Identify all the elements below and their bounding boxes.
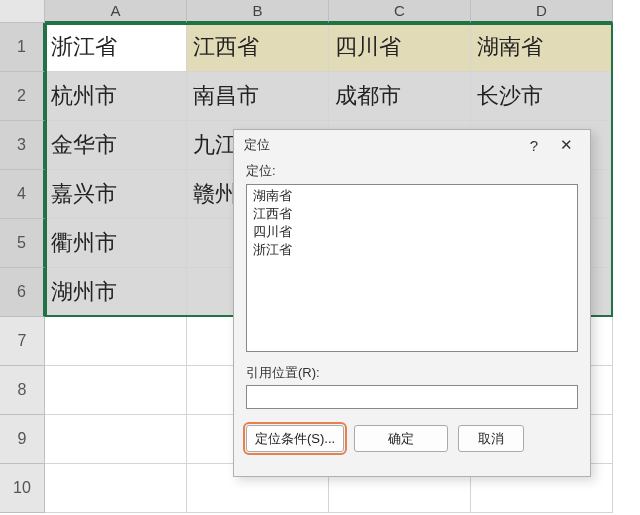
row-header-10[interactable]: 10: [0, 464, 45, 513]
ok-button[interactable]: 确定: [354, 425, 448, 452]
col-header-A[interactable]: A: [45, 0, 187, 23]
goto-dialog: 定位 ? ✕ 定位: 湖南省 江西省 四川省 浙江省 引用位置(R): 定位条件…: [233, 129, 591, 477]
cell-A4[interactable]: 嘉兴市: [45, 170, 187, 219]
list-item[interactable]: 江西省: [251, 205, 573, 223]
cell-D2[interactable]: 长沙市: [471, 72, 613, 121]
reference-label: 引用位置(R):: [246, 364, 578, 382]
cancel-button[interactable]: 取消: [458, 425, 524, 452]
cell-A9[interactable]: [45, 415, 187, 464]
cell-A6[interactable]: 湖州市: [45, 268, 187, 317]
reference-input[interactable]: [246, 385, 578, 409]
close-button[interactable]: ✕: [550, 132, 582, 158]
col-header-C[interactable]: C: [329, 0, 471, 23]
cell-C2[interactable]: 成都市: [329, 72, 471, 121]
row-header-5[interactable]: 5: [0, 219, 45, 268]
cell-A10[interactable]: [45, 464, 187, 513]
cell-D1[interactable]: 湖南省: [471, 23, 613, 72]
row-header-6[interactable]: 6: [0, 268, 45, 317]
goto-listbox[interactable]: 湖南省 江西省 四川省 浙江省: [246, 184, 578, 352]
row-header-1[interactable]: 1: [0, 23, 45, 72]
cell-A2[interactable]: 杭州市: [45, 72, 187, 121]
select-all-corner[interactable]: [0, 0, 45, 23]
dialog-title: 定位: [242, 136, 518, 154]
row-header-8[interactable]: 8: [0, 366, 45, 415]
goto-label: 定位:: [246, 162, 578, 180]
cell-B2[interactable]: 南昌市: [187, 72, 329, 121]
row-header-3[interactable]: 3: [0, 121, 45, 170]
cell-C1[interactable]: 四川省: [329, 23, 471, 72]
cell-B1[interactable]: 江西省: [187, 23, 329, 72]
close-icon: ✕: [560, 136, 573, 154]
row-header-2[interactable]: 2: [0, 72, 45, 121]
help-button[interactable]: ?: [518, 132, 550, 158]
cell-A1[interactable]: 浙江省: [45, 23, 187, 72]
dialog-titlebar[interactable]: 定位 ? ✕: [234, 130, 590, 160]
row-header-9[interactable]: 9: [0, 415, 45, 464]
col-header-D[interactable]: D: [471, 0, 613, 23]
row-header-7[interactable]: 7: [0, 317, 45, 366]
list-item[interactable]: 浙江省: [251, 241, 573, 259]
special-button[interactable]: 定位条件(S)...: [246, 425, 344, 452]
column-headers-row: A B C D: [0, 0, 640, 23]
row-header-4[interactable]: 4: [0, 170, 45, 219]
cell-A8[interactable]: [45, 366, 187, 415]
cell-A5[interactable]: 衢州市: [45, 219, 187, 268]
cell-A7[interactable]: [45, 317, 187, 366]
list-item[interactable]: 四川省: [251, 223, 573, 241]
col-header-B[interactable]: B: [187, 0, 329, 23]
list-item[interactable]: 湖南省: [251, 187, 573, 205]
cell-A3[interactable]: 金华市: [45, 121, 187, 170]
